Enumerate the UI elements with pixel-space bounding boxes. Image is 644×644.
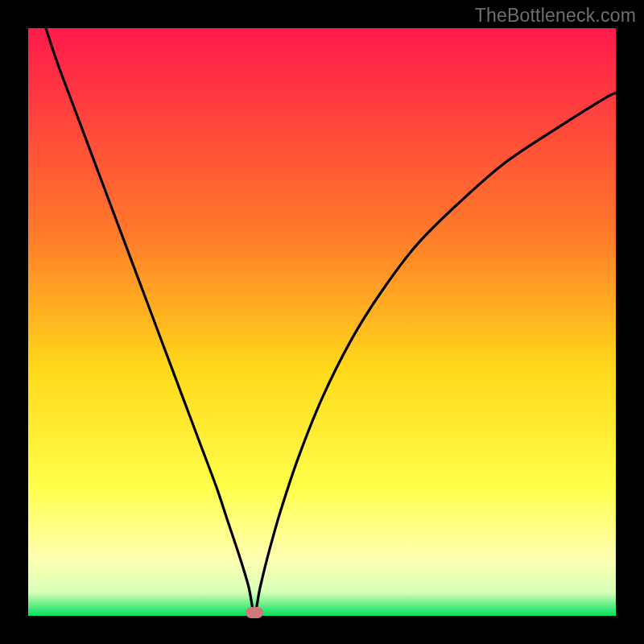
bottleneck-plot: [28, 28, 616, 616]
minimum-marker: [246, 607, 263, 618]
watermark-text: TheBottleneck.com: [475, 5, 636, 27]
chart-frame: [28, 28, 616, 616]
gradient-background: [28, 28, 616, 616]
